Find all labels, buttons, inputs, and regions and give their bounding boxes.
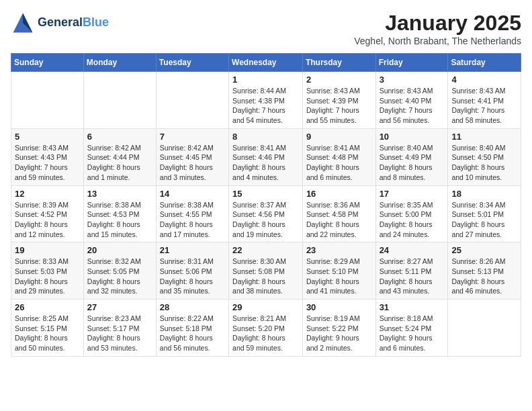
day-number: 11 <box>451 132 517 142</box>
day-info: Sunrise: 8:32 AM Sunset: 5:05 PM Dayligh… <box>87 257 152 296</box>
location-title: Veghel, North Brabant, The Netherlands <box>354 36 521 46</box>
calendar-cell: 13Sunrise: 8:38 AM Sunset: 4:53 PM Dayli… <box>83 185 156 242</box>
month-title: January 2025 <box>354 11 521 36</box>
title-block: January 2025 Veghel, North Brabant, The … <box>354 11 521 46</box>
day-number: 30 <box>306 302 372 312</box>
calendar-cell: 6Sunrise: 8:42 AM Sunset: 4:44 PM Daylig… <box>83 128 156 185</box>
day-info: Sunrise: 8:23 AM Sunset: 5:17 PM Dayligh… <box>87 314 152 353</box>
calendar-cell: 16Sunrise: 8:36 AM Sunset: 4:58 PM Dayli… <box>302 185 375 242</box>
day-number: 27 <box>87 302 152 312</box>
calendar-week-row: 12Sunrise: 8:39 AM Sunset: 4:52 PM Dayli… <box>11 185 521 242</box>
day-info: Sunrise: 8:33 AM Sunset: 5:03 PM Dayligh… <box>15 257 80 296</box>
calendar-header: SundayMondayTuesdayWednesdayThursdayFrid… <box>11 54 521 72</box>
calendar-cell: 11Sunrise: 8:40 AM Sunset: 4:50 PM Dayli… <box>448 128 521 185</box>
day-number: 15 <box>232 189 299 199</box>
calendar-cell: 2Sunrise: 8:43 AM Sunset: 4:39 PM Daylig… <box>302 72 375 129</box>
day-info: Sunrise: 8:26 AM Sunset: 5:13 PM Dayligh… <box>451 257 517 296</box>
day-number: 23 <box>306 245 372 255</box>
calendar-week-row: 26Sunrise: 8:25 AM Sunset: 5:15 PM Dayli… <box>11 300 521 357</box>
day-number: 7 <box>160 132 225 142</box>
calendar-cell: 26Sunrise: 8:25 AM Sunset: 5:15 PM Dayli… <box>11 300 84 357</box>
calendar-cell: 4Sunrise: 8:43 AM Sunset: 4:41 PM Daylig… <box>448 72 521 129</box>
day-number: 18 <box>451 189 517 199</box>
calendar-cell: 8Sunrise: 8:41 AM Sunset: 4:46 PM Daylig… <box>229 128 303 185</box>
day-info: Sunrise: 8:38 AM Sunset: 4:55 PM Dayligh… <box>160 200 225 240</box>
day-info: Sunrise: 8:40 AM Sunset: 4:49 PM Dayligh… <box>380 143 445 183</box>
weekday-header-wednesday: Wednesday <box>229 54 303 72</box>
day-info: Sunrise: 8:37 AM Sunset: 4:56 PM Dayligh… <box>232 200 299 240</box>
day-info: Sunrise: 8:42 AM Sunset: 4:44 PM Dayligh… <box>87 143 152 183</box>
day-number: 4 <box>451 75 517 85</box>
day-info: Sunrise: 8:38 AM Sunset: 4:53 PM Dayligh… <box>87 200 152 240</box>
logo-icon <box>11 11 35 35</box>
day-info: Sunrise: 8:43 AM Sunset: 4:39 PM Dayligh… <box>306 86 372 126</box>
day-number: 22 <box>232 245 299 255</box>
day-info: Sunrise: 8:43 AM Sunset: 4:41 PM Dayligh… <box>451 86 517 126</box>
day-info: Sunrise: 8:19 AM Sunset: 5:22 PM Dayligh… <box>306 314 372 353</box>
calendar-cell: 3Sunrise: 8:43 AM Sunset: 4:40 PM Daylig… <box>375 72 448 129</box>
calendar-cell: 18Sunrise: 8:34 AM Sunset: 5:01 PM Dayli… <box>448 185 521 242</box>
calendar-cell: 5Sunrise: 8:43 AM Sunset: 4:43 PM Daylig… <box>11 128 84 185</box>
calendar-cell <box>83 72 156 129</box>
weekday-header-thursday: Thursday <box>302 54 375 72</box>
day-info: Sunrise: 8:21 AM Sunset: 5:20 PM Dayligh… <box>232 314 299 353</box>
calendar-cell: 14Sunrise: 8:38 AM Sunset: 4:55 PM Dayli… <box>156 185 228 242</box>
weekday-header-saturday: Saturday <box>448 54 521 72</box>
day-number: 26 <box>15 302 80 312</box>
calendar-cell: 17Sunrise: 8:35 AM Sunset: 5:00 PM Dayli… <box>375 185 448 242</box>
weekday-header-friday: Friday <box>375 54 448 72</box>
day-info: Sunrise: 8:27 AM Sunset: 5:11 PM Dayligh… <box>380 257 445 296</box>
calendar-cell: 22Sunrise: 8:30 AM Sunset: 5:08 PM Dayli… <box>229 242 303 300</box>
day-number: 16 <box>306 189 372 199</box>
calendar-cell <box>11 72 84 129</box>
day-number: 25 <box>451 245 517 255</box>
calendar-cell: 10Sunrise: 8:40 AM Sunset: 4:49 PM Dayli… <box>375 128 448 185</box>
calendar-week-row: 19Sunrise: 8:33 AM Sunset: 5:03 PM Dayli… <box>11 242 521 300</box>
day-number: 8 <box>232 132 299 142</box>
day-info: Sunrise: 8:30 AM Sunset: 5:08 PM Dayligh… <box>232 257 299 296</box>
weekday-header-tuesday: Tuesday <box>156 54 228 72</box>
day-info: Sunrise: 8:36 AM Sunset: 4:58 PM Dayligh… <box>306 200 372 240</box>
calendar-cell: 25Sunrise: 8:26 AM Sunset: 5:13 PM Dayli… <box>448 242 521 300</box>
day-number: 9 <box>306 132 372 142</box>
calendar-cell <box>156 72 228 129</box>
calendar-cell: 23Sunrise: 8:29 AM Sunset: 5:10 PM Dayli… <box>302 242 375 300</box>
calendar-cell <box>448 300 521 357</box>
calendar-week-row: 1Sunrise: 8:44 AM Sunset: 4:38 PM Daylig… <box>11 72 521 129</box>
day-number: 21 <box>160 245 225 255</box>
day-number: 14 <box>160 189 225 199</box>
day-info: Sunrise: 8:25 AM Sunset: 5:15 PM Dayligh… <box>15 314 80 353</box>
day-number: 12 <box>15 189 80 199</box>
day-info: Sunrise: 8:35 AM Sunset: 5:00 PM Dayligh… <box>380 200 445 240</box>
calendar-cell: 19Sunrise: 8:33 AM Sunset: 5:03 PM Dayli… <box>11 242 84 300</box>
day-number: 1 <box>232 75 299 85</box>
day-info: Sunrise: 8:29 AM Sunset: 5:10 PM Dayligh… <box>306 257 372 296</box>
day-number: 13 <box>87 189 152 199</box>
calendar-cell: 7Sunrise: 8:42 AM Sunset: 4:45 PM Daylig… <box>156 128 228 185</box>
calendar-cell: 1Sunrise: 8:44 AM Sunset: 4:38 PM Daylig… <box>229 72 303 129</box>
calendar-cell: 12Sunrise: 8:39 AM Sunset: 4:52 PM Dayli… <box>11 185 84 242</box>
calendar-cell: 15Sunrise: 8:37 AM Sunset: 4:56 PM Dayli… <box>229 185 303 242</box>
day-number: 5 <box>15 132 80 142</box>
calendar-table: SundayMondayTuesdayWednesdayThursdayFrid… <box>11 53 521 357</box>
day-number: 28 <box>160 302 225 312</box>
day-info: Sunrise: 8:44 AM Sunset: 4:38 PM Dayligh… <box>232 86 299 126</box>
calendar-cell: 21Sunrise: 8:31 AM Sunset: 5:06 PM Dayli… <box>156 242 228 300</box>
logo-text: GeneralBlue <box>38 16 109 30</box>
calendar-cell: 31Sunrise: 8:18 AM Sunset: 5:24 PM Dayli… <box>375 300 448 357</box>
day-info: Sunrise: 8:43 AM Sunset: 4:40 PM Dayligh… <box>380 86 445 126</box>
day-number: 10 <box>380 132 445 142</box>
weekday-header-monday: Monday <box>83 54 156 72</box>
day-number: 31 <box>380 302 445 312</box>
day-number: 24 <box>380 245 445 255</box>
calendar-cell: 28Sunrise: 8:22 AM Sunset: 5:18 PM Dayli… <box>156 300 228 357</box>
day-number: 2 <box>306 75 372 85</box>
weekday-row: SundayMondayTuesdayWednesdayThursdayFrid… <box>11 54 521 72</box>
day-number: 29 <box>232 302 299 312</box>
day-info: Sunrise: 8:34 AM Sunset: 5:01 PM Dayligh… <box>451 200 517 240</box>
calendar-cell: 30Sunrise: 8:19 AM Sunset: 5:22 PM Dayli… <box>302 300 375 357</box>
day-number: 6 <box>87 132 152 142</box>
day-info: Sunrise: 8:31 AM Sunset: 5:06 PM Dayligh… <box>160 257 225 296</box>
calendar-cell: 20Sunrise: 8:32 AM Sunset: 5:05 PM Dayli… <box>83 242 156 300</box>
day-info: Sunrise: 8:43 AM Sunset: 4:43 PM Dayligh… <box>15 143 80 183</box>
